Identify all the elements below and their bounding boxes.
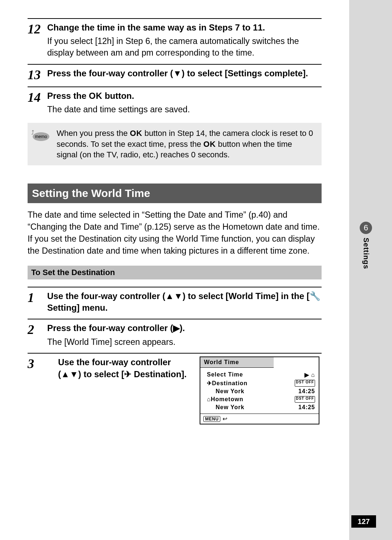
lcd-row-select: Select Time ▶ ⌂ — [207, 371, 315, 378]
section-intro: The date and time selected in “Setting t… — [28, 209, 322, 257]
section-heading: Setting the World Time — [28, 184, 322, 203]
menu-button-icon: MENU — [203, 416, 220, 422]
step-title: Press the four-way controller (▶). — [47, 322, 322, 334]
step-desc: If you select [12h] in Step 6, the camer… — [47, 36, 322, 59]
lcd-home-time: 14:25 — [298, 404, 315, 411]
sub-heading: To Set the Destination — [28, 266, 322, 279]
title-pre: Press the — [47, 91, 89, 101]
step-number: 1 — [28, 290, 47, 304]
lcd-select-label: Select Time — [207, 371, 243, 378]
lcd-row-hometown: ⌂Hometown DST OFF — [207, 396, 315, 403]
memo-label: memo — [33, 132, 49, 141]
step-rule — [28, 18, 322, 19]
ok-label: OK — [203, 140, 216, 149]
manual-page: 12 Change the time in the same way as in… — [0, 0, 349, 540]
step-number: 12 — [28, 22, 47, 36]
lcd-select-glyph: ▶ ⌂ — [305, 371, 315, 378]
ok-label: OK — [89, 91, 102, 101]
lcd-home-city: New York — [216, 404, 244, 411]
title-post: button. — [102, 91, 134, 101]
step-desc: The date and time settings are saved. — [47, 104, 322, 116]
back-icon: ↩ — [222, 415, 227, 422]
side-tab: 6 Settings — [356, 222, 376, 269]
lcd-row-destination: ✈Destination DST OFF — [207, 380, 315, 387]
step-title: Change the time in the same way as in St… — [47, 22, 322, 33]
lcd-row-destination-detail: New York 14:25 — [207, 388, 315, 395]
lcd-title: World Time — [200, 357, 274, 368]
lcd-screen: World Time Select Time ▶ ⌂ ✈Destination … — [200, 356, 319, 424]
ok-label: OK — [130, 129, 142, 138]
dst-off-icon: DST OFF — [295, 396, 315, 403]
memo-text: When you press the OK button in Step 14,… — [57, 128, 315, 160]
step-number: 2 — [28, 322, 47, 336]
step-desc: The [World Time] screen appears. — [47, 337, 322, 348]
step-number: 14 — [28, 90, 47, 104]
lcd-home-label: ⌂Hometown — [207, 396, 243, 403]
step-b2: 2 Press the four-way controller (▶). The… — [28, 319, 322, 348]
step-b1: 1 Use the four-way controller (▲▼) to se… — [28, 287, 322, 314]
step-title: Press the four-way controller (▼) to sel… — [47, 68, 322, 79]
step-b3: 3 Use the four-way controller (▲▼) to se… — [28, 353, 322, 424]
chapter-label: Settings — [362, 238, 370, 269]
memo-pre: When you press the — [57, 129, 130, 138]
memo-note: ⤴ memo When you press the OK button in S… — [28, 123, 322, 165]
step-title: Press the OK button. — [47, 90, 322, 102]
chapter-badge: 6 — [360, 222, 372, 234]
step-14: 14 Press the OK button. The date and tim… — [28, 86, 322, 116]
dst-off-icon: DST OFF — [295, 380, 315, 387]
lcd-row-hometown-detail: New York 14:25 — [207, 404, 315, 411]
step-rule — [28, 319, 322, 319]
page-number: 127 — [351, 515, 376, 528]
step-number: 3 — [28, 356, 47, 370]
lcd-dest-time: 14:25 — [298, 388, 315, 395]
step-12: 12 Change the time in the same way as in… — [28, 18, 322, 59]
lcd-dest-label: ✈Destination — [207, 380, 248, 387]
step-rule — [28, 64, 322, 65]
lcd-footer: MENU ↩ — [200, 414, 319, 424]
step-13: 13 Press the four-way controller (▼) to … — [28, 64, 322, 81]
lcd-dest-city: New York — [216, 388, 244, 395]
memo-icon: ⤴ memo — [32, 129, 52, 143]
step-number: 13 — [28, 68, 47, 81]
step-title: Use the four-way controller (▲▼) to sele… — [47, 290, 322, 314]
step-title: Use the four-way controller (▲▼) to sele… — [58, 356, 189, 380]
step-rule — [28, 353, 322, 354]
step-rule — [28, 287, 322, 287]
step-rule — [28, 86, 322, 87]
